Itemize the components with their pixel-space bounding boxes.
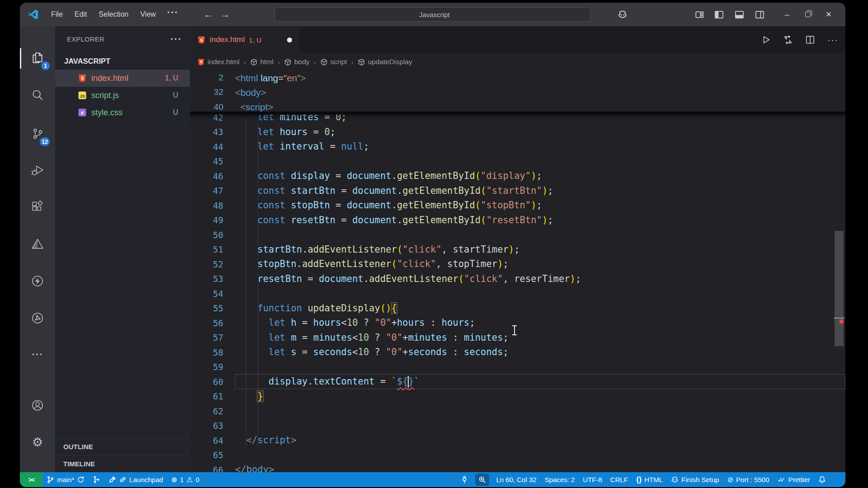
activity-settings[interactable]: ⚙ (27, 432, 48, 453)
status-launchpad[interactable]: Launchpad (104, 472, 167, 487)
menu-view[interactable]: View (134, 7, 161, 22)
back-arrow-icon[interactable]: ← (204, 9, 213, 20)
status-text: main* (57, 476, 74, 483)
code-line-44[interactable]: 44 let interval = null; (190, 139, 845, 154)
code-line-60[interactable]: 60 display.textContent = `${}` (190, 374, 845, 389)
editor-more-actions[interactable]: ··· (827, 34, 838, 45)
code-line-49[interactable]: 49 const resetBtn = document.getElementB… (190, 213, 845, 228)
activity-thunder-client[interactable] (27, 270, 48, 292)
code-line-58[interactable]: 58 let s = seconds<10 ? "0"+seconds : se… (190, 345, 845, 360)
run-icon[interactable] (761, 35, 771, 45)
double-check-icon: ✓✓ (778, 476, 786, 484)
code-line-47[interactable]: 47 const startBtn = document.getElementB… (190, 183, 845, 198)
breadcrumb-html[interactable]: html (250, 58, 274, 66)
status-indentation[interactable]: Spaces: 2 (541, 472, 579, 487)
file-index.html[interactable]: 5index.html1, U (55, 70, 190, 87)
css-icon: # (78, 108, 87, 117)
overview-error-marker (840, 319, 844, 324)
modified-dot-icon[interactable] (287, 38, 292, 42)
forward-arrow-icon[interactable]: → (221, 9, 230, 20)
code-line-56[interactable]: 56 let h = hours<10 ? "0"+hours : hours; (190, 315, 845, 330)
menu-file[interactable]: File (45, 7, 69, 22)
panel-timeline[interactable]: TIMELINE (55, 455, 190, 472)
close-button[interactable]: × (818, 3, 839, 26)
svg-text:#: # (81, 110, 84, 116)
activity-explorer[interactable]: 1 (27, 47, 48, 69)
file-script.js[interactable]: JSscript.jsU (55, 87, 190, 104)
panel-right-icon[interactable] (755, 9, 765, 20)
breadcrumb-index.html[interactable]: 5index.html (197, 58, 240, 66)
folder-section-javascript[interactable]: JAVASCRIPT (55, 52, 190, 70)
maximize-button[interactable] (797, 3, 818, 26)
tab-index-html[interactable]: 5 index.html 1, U (190, 26, 299, 53)
code-line-43[interactable]: 43 let hours = 0; (190, 125, 845, 140)
activity-accounts[interactable] (27, 394, 48, 416)
code-line-65[interactable]: 65 (190, 448, 845, 463)
code-line-59[interactable]: 59 (190, 360, 845, 375)
menu-edit[interactable]: Edit (69, 7, 93, 22)
activity-source-control[interactable]: 12 (27, 123, 48, 145)
status-prettier[interactable]: ✓✓Prettier (774, 472, 815, 487)
activity-run-debug[interactable] (27, 159, 48, 181)
activity-prism[interactable] (27, 233, 48, 255)
menu-more-button[interactable]: ··· (162, 7, 184, 22)
sticky-line-40[interactable]: 40 <script> (190, 100, 845, 114)
status-text: HTML (644, 476, 663, 483)
menu-selection[interactable]: Selection (93, 7, 134, 22)
code-line-63[interactable]: 63 (190, 418, 845, 433)
code-line-46[interactable]: 46 const display = document.getElementBy… (190, 169, 845, 183)
code-line-55[interactable]: 55 function updateDisplay(){ (190, 301, 845, 316)
breadcrumb-body[interactable]: body (284, 58, 310, 66)
breadcrumb-script[interactable]: script (320, 58, 347, 66)
code-line-51[interactable]: 51 startBtn.addEventListener("click", st… (190, 242, 845, 257)
split-editor-icon[interactable] (805, 35, 815, 45)
panel-left-icon[interactable] (714, 9, 724, 20)
minimize-button[interactable]: – (777, 3, 797, 26)
activity-extensions[interactable] (27, 196, 48, 218)
code-line-54[interactable]: 54 (190, 286, 845, 301)
status-notifications[interactable] (814, 472, 830, 487)
code-editor[interactable]: 42 let minutes = 0;43 let hours = 0;44 l… (190, 70, 845, 472)
activity-more-views[interactable]: ··· (27, 344, 48, 366)
code-line-50[interactable]: 50 (190, 227, 845, 242)
code-line-57[interactable]: 57 let m = minutes<10 ? "0"+minutes : mi… (190, 330, 845, 345)
compare-changes-icon[interactable] (783, 35, 793, 45)
sticky-line-2[interactable]: 2<html lang="en"> (190, 70, 845, 85)
explorer-actions-button[interactable]: ··· (170, 33, 182, 45)
activity-search[interactable] (27, 84, 48, 106)
code-line-52[interactable]: 52 stopBtn.addEventListener("click", sto… (190, 257, 845, 272)
command-center-search[interactable]: Javascript (274, 7, 591, 22)
status-encoding[interactable]: UTF-8 (579, 472, 606, 487)
customize-layout-button[interactable] (695, 10, 704, 19)
breadcrumb-updateDisplay[interactable]: updateDisplay (358, 58, 412, 66)
code-line-66[interactable]: 66</body> (190, 462, 845, 472)
code-line-53[interactable]: 53 resetBtn = document.addEventListener(… (190, 272, 845, 286)
scrollbar-thumb[interactable] (835, 231, 844, 346)
code-line-64[interactable]: 64 </script> (190, 433, 845, 448)
file-style.css[interactable]: #style.cssU (55, 104, 190, 121)
status-port-forward[interactable] (457, 472, 472, 487)
status-git-graph[interactable] (89, 472, 104, 487)
status-git-branch[interactable]: main* (42, 472, 89, 487)
panel-bottom-icon[interactable] (734, 9, 745, 20)
remote-indicator[interactable]: >< (20, 472, 42, 487)
status-language-mode[interactable]: {}HTML (632, 472, 667, 487)
layout-toggles (714, 9, 765, 20)
sticky-line-32[interactable]: 32<body> (190, 85, 845, 99)
panel-outline[interactable]: OUTLINE (55, 438, 190, 455)
status-zoom-indicator[interactable] (475, 474, 489, 486)
status-cursor-position[interactable]: Ln 60, Col 32 (492, 472, 540, 487)
activity-live-share[interactable] (27, 307, 48, 329)
status-live-server-port[interactable]: ⊘Port : 5500 (723, 472, 774, 487)
code-line-48[interactable]: 48 const stopBtn = document.getElementBy… (190, 198, 845, 213)
code-line-62[interactable]: 62 (190, 404, 845, 418)
copilot-menu[interactable] (618, 9, 629, 19)
status-text: Finish Setup (681, 476, 719, 483)
status-problems[interactable]: ⊗1⚠0 (167, 472, 203, 487)
code-line-61[interactable]: 61 } (190, 389, 845, 404)
sticky-scroll[interactable]: 2<html lang="en">32<body>40 <script> (190, 70, 845, 114)
svg-text:5: 5 (81, 76, 84, 81)
code-line-45[interactable]: 45 (190, 154, 845, 169)
status-eol[interactable]: CRLF (606, 472, 632, 487)
status-copilot-setup[interactable]: Finish Setup (667, 472, 723, 487)
